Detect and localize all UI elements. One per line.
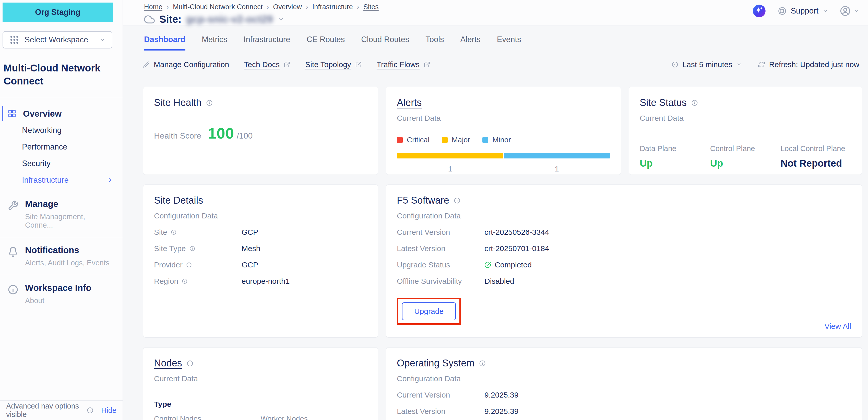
chevron-down-icon — [854, 8, 859, 14]
sidebar-footer: Advanced nav options visible Hide — [0, 400, 123, 420]
detail-row-site: Site GCP — [154, 228, 367, 236]
external-link-icon — [355, 61, 362, 68]
tab-bar: Dashboard Metrics Infrastructure CE Rout… — [144, 35, 862, 51]
chevron-down-icon — [823, 8, 828, 14]
tab-infrastructure[interactable]: Infrastructure — [244, 35, 290, 51]
control-plane-status: Control Plane Up — [710, 144, 781, 169]
tab-tools[interactable]: Tools — [426, 35, 444, 51]
sidebar-item-infrastructure[interactable]: Infrastructure — [0, 172, 123, 188]
card-title: Site Status — [640, 97, 687, 108]
sidebar-item-label: Overview — [23, 109, 62, 119]
sidebar-item-manage[interactable]: Manage Site Management, Conne... — [0, 191, 123, 237]
card-subtitle: Configuration Data — [154, 212, 367, 220]
card-subtitle: Current Data — [397, 114, 610, 123]
info-icon[interactable] — [187, 360, 193, 367]
tab-dashboard[interactable]: Dashboard — [144, 35, 185, 51]
info-icon[interactable] — [87, 407, 93, 414]
workspace-selector-label: Select Workspace — [25, 35, 88, 44]
support-label: Support — [790, 6, 818, 15]
tab-events[interactable]: Events — [497, 35, 521, 51]
software-row-current-version: Current Version crt-20250526-3344 — [397, 228, 851, 236]
tab-metrics[interactable]: Metrics — [202, 35, 227, 51]
status-value: Up — [710, 158, 781, 169]
breadcrumb-separator: › — [267, 3, 269, 11]
breadcrumb-overview[interactable]: Overview — [273, 3, 302, 11]
major-swatch — [442, 137, 448, 143]
nodes-title-link[interactable]: Nodes — [154, 358, 182, 369]
breadcrumb-sites[interactable]: Sites — [363, 3, 379, 11]
chevron-down-icon — [99, 36, 106, 43]
sidebar: Org Staging Select Workspace Multi-Cloud… — [0, 0, 123, 420]
site-status-card: Site Status Current Data Data Plane Up C… — [629, 87, 862, 175]
chevron-down-icon — [736, 62, 742, 67]
app-root: Org Staging Select Workspace Multi-Cloud… — [0, 0, 868, 420]
info-icon[interactable] — [182, 279, 187, 284]
sidebar-item-security[interactable]: Security — [0, 155, 123, 172]
account-menu[interactable] — [840, 6, 859, 16]
info-icon[interactable] — [691, 99, 698, 106]
annotation-highlight-box: Upgrade — [397, 298, 461, 325]
breadcrumb-infrastructure[interactable]: Infrastructure — [312, 3, 353, 11]
info-icon[interactable] — [454, 197, 460, 204]
health-score-label: Health Score — [154, 131, 201, 140]
org-banner[interactable]: Org Staging — [3, 3, 113, 22]
external-link-icon — [424, 61, 430, 68]
info-icon[interactable] — [479, 360, 486, 367]
major-count: 1 — [397, 165, 504, 173]
minor-swatch — [483, 137, 488, 143]
tab-ce-routes[interactable]: CE Routes — [306, 35, 345, 51]
card-grid: Site Health Health Score 100 /100 Alerts… — [143, 87, 862, 420]
workspace-title: Multi-Cloud Network Connect — [4, 62, 115, 88]
alerts-title-link[interactable]: Alerts — [397, 97, 422, 108]
info-icon[interactable] — [171, 229, 177, 235]
status-value: Up — [640, 158, 710, 169]
support-menu[interactable]: Support — [778, 6, 828, 15]
breadcrumb-separator: › — [357, 3, 359, 11]
tab-alerts[interactable]: Alerts — [460, 35, 480, 51]
card-title: Site Details — [154, 195, 203, 206]
ai-assistant-button[interactable] — [752, 4, 766, 18]
health-score-max: /100 — [237, 131, 253, 140]
info-icon[interactable] — [189, 246, 195, 251]
alerts-card: Alerts Current Data Critical Major Minor… — [386, 87, 621, 175]
software-row-offline-survivability: Offline Survivability Disabled — [397, 277, 851, 286]
breadcrumb-mcn[interactable]: Multi-Cloud Network Connect — [173, 3, 262, 11]
breadcrumb-separator: › — [166, 3, 169, 11]
check-circle-icon — [485, 262, 491, 268]
tab-cloud-routes[interactable]: Cloud Routes — [361, 35, 409, 51]
tech-docs-link[interactable]: Tech Docs — [244, 60, 290, 69]
card-title: F5 Software — [397, 195, 449, 206]
card-subtitle: Current Data — [154, 374, 367, 383]
info-icon[interactable] — [206, 99, 213, 106]
info-icon[interactable] — [186, 262, 192, 268]
sidebar-item-notifications[interactable]: Notifications Alerts, Audit Logs, Events — [0, 237, 123, 275]
operating-system-card: Operating System Configuration Data Curr… — [386, 347, 862, 420]
cloud-icon — [144, 14, 155, 25]
user-avatar-icon — [840, 6, 850, 16]
view-all-link[interactable]: View All — [824, 322, 851, 331]
refresh-button[interactable]: Refresh: Updated just now — [758, 60, 859, 69]
clock-icon — [672, 61, 678, 68]
sidebar-item-networking[interactable]: Networking — [0, 122, 123, 138]
workspace-selector[interactable]: Select Workspace — [3, 31, 112, 49]
hide-nav-button[interactable]: Hide — [101, 406, 117, 415]
minor-bar-segment[interactable] — [504, 153, 610, 158]
pencil-icon — [143, 61, 150, 68]
site-health-card: Site Health Health Score 100 /100 — [143, 87, 378, 175]
f5-software-card: F5 Software Configuration Data Current V… — [386, 185, 862, 337]
time-range-selector[interactable]: Last 5 minutes — [672, 60, 742, 69]
major-bar-segment[interactable] — [397, 153, 503, 158]
sidebar-item-performance[interactable]: Performance — [0, 138, 123, 155]
breadcrumb-home[interactable]: Home — [144, 3, 162, 11]
traffic-flows-link[interactable]: Traffic Flows — [377, 60, 430, 69]
sidebar-item-workspace-info[interactable]: Workspace Info About — [0, 275, 123, 313]
alerts-stacked-bar — [397, 153, 610, 158]
detail-row-site-type: Site Type Mesh — [154, 244, 367, 253]
site-details-card: Site Details Configuration Data Site GCP… — [143, 185, 378, 337]
upgrade-button[interactable]: Upgrade — [402, 302, 456, 320]
manage-configuration-button[interactable]: Manage Configuration — [143, 60, 229, 69]
site-topology-link[interactable]: Site Topology — [305, 60, 362, 69]
detail-row-region: Region europe-north1 — [154, 277, 367, 286]
bell-icon — [8, 247, 19, 257]
sidebar-item-overview[interactable]: Overview — [0, 105, 123, 122]
